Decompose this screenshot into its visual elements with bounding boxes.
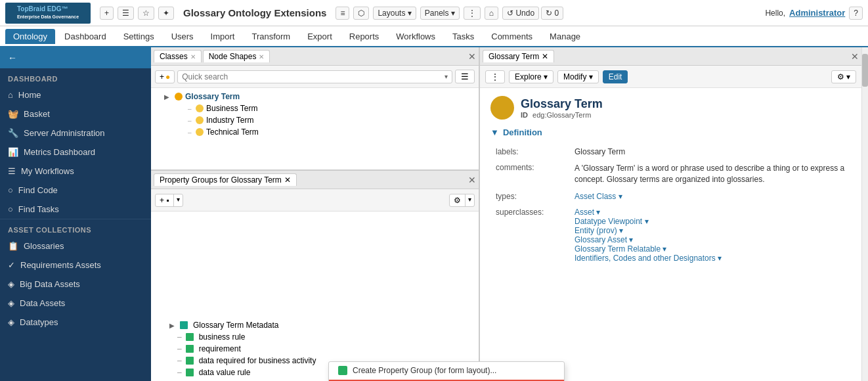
admin-link[interactable]: Administrator	[789, 8, 845, 18]
tab-comments[interactable]: Comments	[483, 29, 540, 44]
green-box-icon3	[186, 357, 194, 365]
glossary-term-tab[interactable]: Glossary Term ✕	[483, 50, 554, 62]
more-options-right-button[interactable]: ⋮	[485, 70, 505, 83]
layouts-dropdown[interactable]: Layouts ▾	[373, 7, 416, 20]
add-property-button[interactable]: + ▪ ▾	[155, 194, 183, 207]
property-groups-tab-close[interactable]: ✕	[284, 175, 291, 185]
classes-toolbar: + ● ▾ ☰	[151, 66, 479, 88]
datatype-viewpoint-link[interactable]: Datatype Viewpoint ▾	[575, 217, 649, 226]
classes-tab-close[interactable]: ✕	[190, 53, 196, 60]
asset-class-link[interactable]: Asset Class ▾	[575, 192, 622, 201]
back-button[interactable]: ←	[0, 47, 151, 68]
comments-value: A 'Glossary Term' is a word or phrase us…	[569, 160, 851, 189]
requirement-item[interactable]: – requirement	[154, 343, 479, 355]
add-button[interactable]: +	[100, 7, 114, 20]
sidebar-item-basket[interactable]: 🧺 Basket	[0, 104, 151, 123]
sidebar-item-find-code[interactable]: ○ Find Code	[0, 181, 151, 200]
sidebar-item-home[interactable]: ⌂ Home	[0, 85, 151, 104]
help-button[interactable]: ?	[849, 7, 863, 20]
sidebar-dashboard-label: DASHBOARD	[0, 68, 151, 85]
entity-title: Glossary Term	[521, 97, 603, 111]
gear-arrow: ▾	[465, 194, 474, 206]
modify-button[interactable]: Modify ▾	[557, 70, 599, 83]
asset-link[interactable]: Asset ▾	[575, 208, 600, 217]
menu-button[interactable]: ☰	[118, 7, 134, 20]
property-groups-tab[interactable]: Property Groups for Glossary Term ✕	[154, 173, 297, 186]
tab-settings[interactable]: Settings	[116, 29, 162, 44]
sidebar-item-glossaries[interactable]: 📋 Glossaries	[0, 236, 151, 256]
property-panel-close-button[interactable]: ✕	[468, 175, 476, 185]
glossary-term-relatable-link[interactable]: Glossary Term Relatable ▾	[575, 244, 667, 254]
sidebar-item-label: Server Administration	[24, 128, 105, 138]
classes-tab[interactable]: Classes ✕	[154, 50, 202, 62]
tree-item-business-term[interactable]: – Business Term	[151, 102, 479, 114]
add-property-icon: + ▪	[156, 194, 174, 206]
more-options-button[interactable]: ⋮	[464, 7, 481, 20]
sidebar-item-requirements[interactable]: ✓ Requirements Assets	[0, 256, 151, 275]
explore-button[interactable]: Explore ▾	[509, 70, 553, 83]
edit-button[interactable]: Edit	[603, 70, 628, 83]
bookmark-button[interactable]: ☆	[138, 7, 154, 20]
star-button[interactable]: ✦	[158, 7, 174, 20]
wrench-icon: 🔧	[8, 128, 18, 138]
sidebar-item-metrics[interactable]: 📊 Metrics Dashboard	[0, 143, 151, 162]
tab-manage[interactable]: Manage	[542, 29, 588, 44]
sidebar-item-server-admin[interactable]: 🔧 Server Administration	[0, 123, 151, 143]
sidebar-item-label: My Workflows	[21, 166, 74, 176]
right-gear-button[interactable]: ⚙ ▾	[831, 70, 856, 83]
tab-workflows[interactable]: Workflows	[388, 29, 443, 44]
prop-row-comments: comments: A 'Glossary Term' is a word or…	[490, 160, 851, 189]
layers-icon-button[interactable]: ⬡	[353, 7, 369, 20]
sidebar-item-datatypes[interactable]: ◈ Datatypes	[0, 313, 151, 332]
right-panel-tabs: Glossary Term ✕ ✕	[480, 47, 861, 66]
right-panel-toolbar: ⋮ Explore ▾ Modify ▾ Edit ⚙ ▾	[480, 66, 861, 88]
glossary-asset-link[interactable]: Glossary Asset ▾	[575, 235, 633, 244]
tree-item-glossary-term[interactable]: ▶ Glossary Term	[151, 91, 479, 102]
identifiers-codes-link[interactable]: Identifiers, Codes and other Designators…	[575, 254, 722, 263]
panel-close-button[interactable]: ✕	[468, 51, 476, 62]
labels-value: Glossary Term	[569, 144, 851, 160]
sidebar-item-workflows[interactable]: ☰ My Workflows	[0, 162, 151, 181]
entity-prov-link[interactable]: Entity (prov) ▾	[575, 226, 623, 235]
glossary-term-metadata-item[interactable]: ▶ Glossary Term Metadata	[154, 319, 479, 331]
sidebar-item-label: Basket	[24, 109, 50, 119]
content-area: Classes ✕ Node Shapes ✕ ✕ + ● ▾	[151, 47, 868, 381]
tab-users[interactable]: Users	[163, 29, 202, 44]
glossary-term-tab-close[interactable]: ✕	[542, 52, 548, 61]
sidebar-item-data-assets[interactable]: ◈ Data Assets	[0, 294, 151, 313]
scrollbar-thumb[interactable]	[862, 54, 868, 87]
tab-dashboard[interactable]: Dashboard	[56, 29, 114, 44]
redo-button[interactable]: ↻ 0	[541, 7, 563, 20]
undo-button[interactable]: ↺ Undo	[502, 7, 539, 20]
add-class-button[interactable]: + ●	[155, 70, 175, 83]
definition-section-header[interactable]: ▼ Definition	[490, 127, 851, 137]
tab-reports[interactable]: Reports	[341, 29, 387, 44]
tab-import[interactable]: Import	[203, 29, 243, 44]
right-panel-close-button[interactable]: ✕	[851, 51, 859, 62]
list-icon-button[interactable]: ≡	[336, 7, 349, 20]
undo-area: ↺ Undo ↻ 0	[502, 7, 563, 20]
labels-key: labels:	[490, 144, 569, 160]
tab-tasks[interactable]: Tasks	[445, 29, 482, 44]
search-input[interactable]	[182, 72, 445, 81]
gear-settings-button[interactable]: ⚙ ▾	[449, 194, 475, 207]
node-shapes-tab[interactable]: Node Shapes ✕	[203, 50, 271, 62]
right-panel-scrollbar[interactable]	[861, 47, 868, 381]
tab-transform[interactable]: Transform	[244, 29, 298, 44]
node-shapes-tab-close[interactable]: ✕	[259, 53, 264, 60]
home-button[interactable]: ⌂	[485, 7, 498, 20]
comments-key: comments:	[490, 160, 569, 189]
tab-ontology[interactable]: Ontology	[5, 29, 55, 44]
business-rule-item[interactable]: – business rule	[154, 331, 479, 343]
sidebar-item-label: Home	[18, 90, 41, 100]
search-box[interactable]: ▾	[177, 70, 452, 83]
sidebar-item-find-tasks[interactable]: ○ Find Tasks	[0, 200, 151, 219]
sidebar-item-bigdata[interactable]: ◈ Big Data Assets	[0, 275, 151, 294]
create-property-group-item[interactable]: Create Property Group (for form layout).…	[329, 362, 564, 379]
tab-export[interactable]: Export	[299, 29, 340, 44]
list-view-button[interactable]: ☰	[455, 70, 475, 83]
add-dropdown-menu: Create Property Group (for form layout).…	[328, 361, 565, 381]
panels-dropdown[interactable]: Panels ▾	[420, 7, 460, 20]
tree-item-technical-term[interactable]: – Technical Term	[151, 126, 479, 138]
tree-item-industry-term[interactable]: – Industry Term	[151, 114, 479, 126]
